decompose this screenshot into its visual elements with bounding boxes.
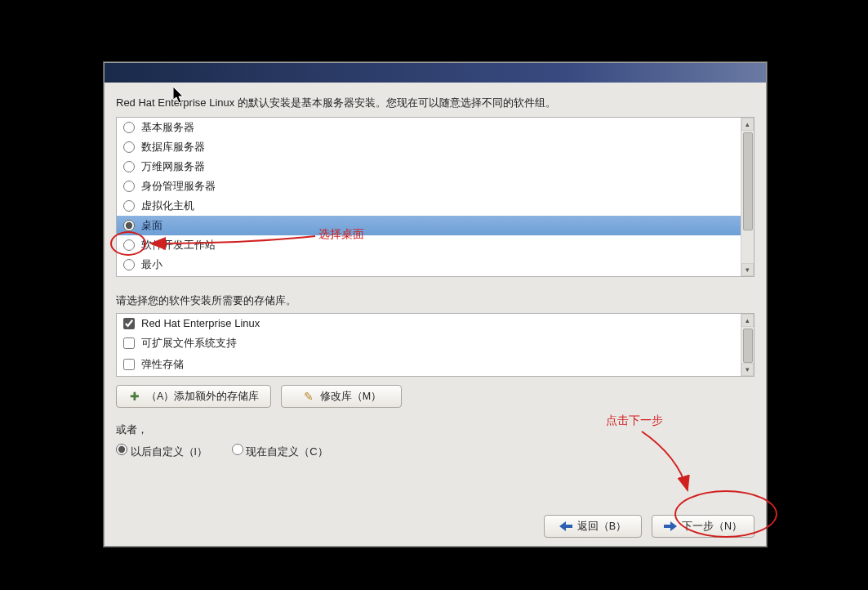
- modify-repo-label: 修改库（M）: [320, 390, 381, 404]
- software-group-radio[interactable]: [123, 181, 135, 192]
- scroll-up-arrow-icon[interactable]: ▴: [741, 118, 754, 131]
- repo-row[interactable]: Red Hat Enterprise Linux: [117, 314, 741, 333]
- software-group-label: 最小: [141, 257, 162, 272]
- software-group-label: 软件开发工作站: [141, 238, 216, 253]
- software-group-radio[interactable]: [123, 161, 135, 172]
- software-group-radio[interactable]: [123, 141, 135, 153]
- edit-icon: [302, 390, 315, 403]
- software-group-label: 身份管理服务器: [141, 179, 216, 194]
- back-button[interactable]: 返回（B）: [544, 515, 642, 538]
- repo-checkbox[interactable]: [123, 359, 135, 370]
- software-group-row[interactable]: 身份管理服务器: [117, 177, 741, 196]
- arrow-left-icon: [559, 521, 572, 531]
- repo-row[interactable]: 可扩展文件系统支持: [117, 333, 741, 354]
- software-group-row-selected[interactable]: 桌面: [117, 216, 741, 235]
- repo-checkbox[interactable]: [123, 337, 135, 349]
- software-group-row[interactable]: 基本服务器: [117, 118, 741, 137]
- software-group-label: 桌面: [141, 218, 162, 233]
- installer-window: Red Hat Enterprise Linux 的默认安装是基本服务器安装。您…: [104, 62, 767, 547]
- title-bar: [105, 63, 766, 83]
- repo-label: Red Hat Enterprise Linux: [141, 317, 260, 329]
- software-group-radio[interactable]: [123, 200, 135, 212]
- arrow-right-icon: [664, 521, 677, 531]
- software-group-label: 基本服务器: [141, 120, 194, 135]
- add-repo-label: （A）添加额外的存储库: [146, 390, 259, 404]
- scrollbar-thumb[interactable]: [743, 132, 753, 230]
- software-group-radio[interactable]: [123, 239, 135, 251]
- scroll-down-arrow-icon[interactable]: ▾: [741, 363, 754, 376]
- modify-repo-button[interactable]: 修改库（M）: [281, 385, 402, 408]
- customize-later-radio[interactable]: [116, 444, 127, 455]
- customize-now[interactable]: 现在自定义（C）: [232, 444, 328, 459]
- software-group-label: 万维网服务器: [141, 159, 205, 174]
- software-group-row[interactable]: 万维网服务器: [117, 157, 741, 177]
- page-heading: Red Hat Enterprise Linux 的默认安装是基本服务器安装。您…: [116, 96, 754, 110]
- repo-label: 可扩展文件系统支持: [141, 336, 237, 351]
- customize-options: 以后自定义（l） 现在自定义（C）: [116, 444, 754, 459]
- customize-later-label: 以后自定义（l）: [131, 445, 207, 458]
- software-group-row[interactable]: 最小: [117, 255, 741, 275]
- repo-heading: 请选择您的软件安装所需要的存储库。: [116, 293, 754, 308]
- listbox-scrollbar[interactable]: ▴ ▾: [741, 118, 754, 276]
- customize-later[interactable]: 以后自定义（l）: [116, 444, 207, 459]
- next-button-label: 下一步（N）: [682, 520, 742, 534]
- add-repo-button[interactable]: （A）添加额外的存储库: [116, 385, 271, 408]
- software-group-listbox[interactable]: 基本服务器 数据库服务器 万维网服务器 身份管理服务器: [116, 117, 754, 277]
- software-group-radio[interactable]: [123, 122, 135, 133]
- software-group-radio[interactable]: [123, 220, 135, 231]
- software-group-label: 数据库服务器: [141, 140, 205, 154]
- repo-label: 弹性存储: [141, 357, 184, 372]
- software-group-row[interactable]: 虚拟化主机: [117, 196, 741, 216]
- software-group-row[interactable]: 数据库服务器: [117, 137, 741, 157]
- footer-buttons: 返回（B） 下一步（N）: [116, 515, 754, 538]
- plus-icon: [128, 390, 141, 403]
- scrollbar-thumb[interactable]: [743, 329, 753, 363]
- repo-row[interactable]: 弹性存储: [117, 354, 741, 375]
- content-area: Red Hat Enterprise Linux 的默认安装是基本服务器安装。您…: [105, 83, 766, 546]
- repo-checkbox[interactable]: [123, 318, 135, 329]
- scroll-up-arrow-icon[interactable]: ▴: [741, 314, 754, 327]
- next-button[interactable]: 下一步（N）: [652, 515, 754, 538]
- repo-scrollbar[interactable]: ▴ ▾: [741, 314, 754, 376]
- back-button-label: 返回（B）: [577, 520, 626, 534]
- repo-listbox[interactable]: Red Hat Enterprise Linux 可扩展文件系统支持 弹性存储 …: [116, 313, 754, 377]
- software-group-radio[interactable]: [123, 259, 135, 270]
- or-label: 或者，: [116, 422, 754, 437]
- customize-now-label: 现在自定义（C）: [246, 445, 327, 458]
- scroll-down-arrow-icon[interactable]: ▾: [741, 263, 754, 276]
- software-group-row[interactable]: 软件开发工作站: [117, 235, 741, 255]
- software-group-label: 虚拟化主机: [141, 199, 194, 213]
- customize-now-radio[interactable]: [232, 444, 243, 455]
